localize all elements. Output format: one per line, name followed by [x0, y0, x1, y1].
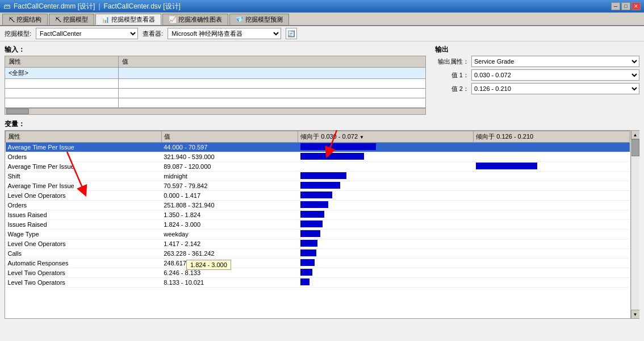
table-row[interactable]: Average Time Per Issue89.087 - 120.000: [6, 162, 630, 172]
var-col-attr: 属性: [6, 131, 162, 143]
scroll-thumb[interactable]: [632, 139, 639, 156]
var-table-header: 属性 值 倾向于 0.030 - 0.072 ▼ 倾向于 0.126 - 0.2…: [6, 131, 630, 143]
table-row[interactable]: Automatic Responses248.617 - 320.706: [6, 259, 630, 268]
table-row[interactable]: Issues Raised1.350 - 1.824: [6, 210, 630, 220]
right-scrollbar[interactable]: ▲ ▼: [630, 130, 639, 319]
output-attr-select[interactable]: Service Grade: [471, 56, 639, 67]
row-attr: Level Two Operators: [6, 268, 162, 278]
row-bar2: [474, 152, 630, 162]
row-bar2: [474, 181, 630, 191]
output-val2-select[interactable]: 0.126 - 0.210: [471, 83, 639, 94]
bar1-fill: [300, 211, 324, 218]
close-button[interactable]: ✕: [632, 2, 641, 10]
row-bar2: [474, 220, 630, 230]
model-select[interactable]: FactCallCenter: [36, 28, 138, 39]
row-bar2: [474, 230, 630, 239]
row-val: 251.808 - 321.940: [161, 201, 298, 210]
scroll-down-button[interactable]: ▼: [631, 310, 640, 319]
table-row[interactable]: Orders251.808 - 321.940: [6, 201, 630, 210]
table-row[interactable]: Level One Operators1.417 - 2.142: [6, 239, 630, 249]
tab-predict-icon: 💎: [236, 16, 244, 23]
input-scrollbar-thumb[interactable]: [6, 109, 29, 114]
bar1-fill: [300, 172, 346, 179]
row-bar1: [298, 210, 474, 220]
window-controls: ─ □ ✕: [611, 2, 641, 10]
input-row-all-attr[interactable]: <全部>: [5, 68, 119, 79]
row-val: 321.940 - 539.000: [161, 152, 298, 162]
input-col-val: 值: [119, 56, 426, 68]
input-row-empty-2: [5, 89, 426, 98]
row-bar1: [298, 259, 474, 268]
row-bar1: [298, 220, 474, 230]
var-col-bar2: 倾向于 0.126 - 0.210: [474, 131, 630, 143]
output-val2-label: 值 2：: [435, 85, 469, 93]
title-tab-2[interactable]: FactCallCenter.dsv [设计]: [104, 2, 181, 11]
bar1-fill: [300, 249, 316, 256]
bar1-fill: [300, 201, 328, 208]
table-row[interactable]: Level Two Operators6.246 - 8.133: [6, 268, 630, 278]
row-val: 0.000 - 1.417: [161, 191, 298, 201]
table-row[interactable]: Issues Raised1.824 - 3.000: [6, 220, 630, 230]
tab-mining-structure[interactable]: ⛏ 挖掘结构: [2, 14, 48, 25]
row-attr: Level Two Operators: [6, 278, 162, 288]
row-attr: Level One Operators: [6, 239, 162, 249]
bar1-fill: [300, 240, 318, 247]
row-attr: Issues Raised: [6, 210, 162, 220]
title-tab-1[interactable]: FactCallCenter.dmm [设计]: [14, 2, 95, 11]
table-row[interactable]: Wage Typeweekday: [6, 230, 630, 239]
tab-mining-predict[interactable]: 💎 挖掘模型预测: [229, 14, 289, 25]
row-val: midnight: [161, 172, 298, 181]
maximize-button[interactable]: □: [621, 2, 630, 10]
refresh-button[interactable]: 🔄: [286, 28, 297, 39]
row-bar2: [474, 201, 630, 210]
row-bar2: [474, 278, 630, 288]
output-val1-select[interactable]: 0.030 - 0.072: [471, 69, 639, 81]
table-row[interactable]: Level One Operators0.000 - 1.417: [6, 191, 630, 201]
tab-structure-icon: ⛏: [9, 16, 15, 23]
table-row[interactable]: Orders321.940 - 539.000: [6, 152, 630, 162]
bar1-fill: [300, 230, 320, 237]
main-content: 输入： 属性 值 <全部>: [0, 41, 644, 322]
tab-model-label: 挖掘模型: [63, 15, 88, 24]
var-col-bar1[interactable]: 倾向于 0.030 - 0.072 ▼: [298, 131, 474, 143]
row-val: 263.228 - 361.242: [161, 249, 298, 259]
var-label: 变量：: [5, 119, 639, 129]
row-attr: Orders: [6, 201, 162, 210]
output-panel: 输出 输出属性： Service Grade 值 1： 0.030 - 0.07…: [435, 45, 639, 116]
row-bar1: [298, 152, 474, 162]
tab-mining-accuracy[interactable]: 📈 挖掘准确性图表: [162, 14, 228, 25]
table-row[interactable]: Average Time Per Issue70.597 - 79.842: [6, 181, 630, 191]
minimize-button[interactable]: ─: [611, 2, 620, 10]
row-val: 1.824 - 3.000: [161, 220, 298, 230]
bar1-fill: [300, 278, 310, 285]
input-output-section: 输入： 属性 值 <全部>: [5, 45, 639, 116]
row-attr: Automatic Responses: [6, 259, 162, 268]
row-bar1: [298, 268, 474, 278]
row-attr: Orders: [6, 152, 162, 162]
viewer-label: 查看器:: [143, 30, 163, 38]
output-val1-row: 值 1： 0.030 - 0.072: [435, 69, 639, 81]
table-row[interactable]: Level Two Operators8.133 - 10.021: [6, 278, 630, 288]
row-attr: Wage Type: [6, 230, 162, 239]
output-label: 输出: [435, 45, 639, 55]
model-label: 挖掘模型:: [5, 30, 31, 38]
input-scrollbar[interactable]: [5, 108, 426, 115]
bar1-fill: [300, 221, 323, 227]
bar2-fill: [476, 163, 537, 169]
title-sep: |: [98, 2, 100, 10]
row-bar1: [298, 230, 474, 239]
viewer-select[interactable]: Microsoft 神经网络查看器: [168, 28, 281, 39]
row-val: weekday: [161, 230, 298, 239]
scroll-up-button[interactable]: ▲: [631, 130, 640, 139]
sort-icon-bar1: ▼: [359, 135, 364, 140]
tab-bar: ⛏ 挖掘结构 ⛏ 挖掘模型 📊 挖掘模型查看器 📈 挖掘准确性图表 💎 挖掘模型…: [0, 13, 644, 26]
tab-mining-model[interactable]: ⛏ 挖掘模型: [49, 14, 94, 25]
tab-accuracy-label: 挖掘准确性图表: [178, 15, 222, 24]
tab-mining-viewer[interactable]: 📊 挖掘模型查看器: [95, 14, 161, 25]
table-row[interactable]: Shiftmidnight: [6, 172, 630, 181]
scroll-track[interactable]: [632, 139, 639, 310]
table-row[interactable]: Average Time Per Issue44.000 - 70.597: [6, 143, 630, 152]
table-row[interactable]: Calls263.228 - 361.242: [6, 249, 630, 259]
row-attr: Average Time Per Issue: [6, 162, 162, 172]
title-bar: 🗃 FactCallCenter.dmm [设计] | FactCallCent…: [0, 0, 644, 13]
